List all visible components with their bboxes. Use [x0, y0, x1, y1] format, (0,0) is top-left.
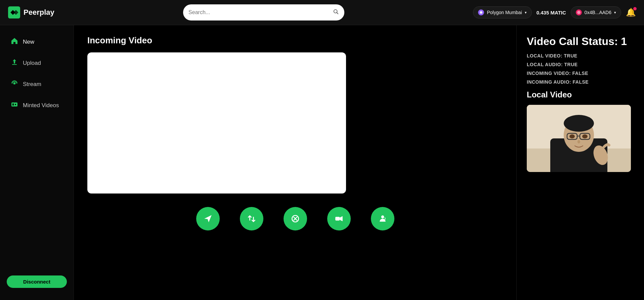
call-status-title: Video Call Status: 1 — [527, 35, 634, 48]
wallet-chevron-icon: ▾ — [614, 10, 616, 15]
status-local-video: LOCAL VIDEO: TRUE — [527, 53, 634, 58]
svg-point-21 — [564, 115, 594, 132]
swap-icon — [247, 214, 256, 223]
wallet-button[interactable]: 0x4B...AAD6 ▾ — [571, 6, 621, 18]
header-right: Polygon Mumbai ▾ 0.435 MATIC 0x4B...AAD6… — [473, 6, 636, 18]
bottom-controls — [87, 200, 503, 230]
incoming-video-title: Incoming Video — [87, 35, 503, 46]
svg-rect-6 — [12, 64, 17, 65]
logo-icon — [8, 6, 20, 18]
sidebar-item-stream[interactable]: Stream — [3, 74, 71, 94]
svg-point-27 — [577, 140, 580, 143]
svg-point-4 — [480, 11, 482, 13]
svg-point-16 — [381, 215, 384, 218]
incoming-video-player — [87, 52, 346, 194]
matic-balance: 0.435 MATIC — [536, 10, 566, 15]
notification-badge — [633, 7, 637, 10]
sidebar-label-minted-videos: Minted Videos — [23, 102, 59, 109]
svg-rect-15 — [335, 217, 340, 221]
status-incoming-audio: INCOMING AUDIO: FALSE — [527, 79, 634, 85]
notifications-button[interactable]: 🔔 — [626, 8, 636, 17]
main-content: Incoming Video — [74, 25, 516, 300]
svg-point-11 — [15, 104, 16, 105]
sidebar-nav: New Upload — [0, 32, 74, 115]
search-icon — [333, 9, 339, 15]
upload-icon — [11, 58, 18, 68]
svg-rect-9 — [11, 102, 17, 106]
send-icon — [204, 214, 212, 223]
stream-icon — [11, 80, 18, 89]
network-dot-icon — [478, 9, 484, 15]
sidebar-item-upload[interactable]: Upload — [3, 53, 71, 73]
search-input[interactable] — [188, 9, 333, 15]
svg-line-2 — [337, 12, 338, 14]
sidebar-item-new[interactable]: New — [3, 32, 71, 52]
logo: Peerplay — [8, 6, 54, 18]
toggle-video-button[interactable] — [327, 207, 351, 230]
local-video-title: Local Video — [527, 90, 634, 99]
disconnect-wrapper: Disconnect — [0, 270, 74, 293]
chevron-down-icon: ▾ — [525, 10, 527, 15]
local-video-feed — [527, 105, 631, 172]
person-icon — [378, 214, 387, 223]
local-video-thumbnail — [527, 105, 631, 172]
status-list: LOCAL VIDEO: TRUE LOCAL AUDIO: TRUE INCO… — [527, 53, 634, 85]
sidebar: New Upload — [0, 25, 74, 300]
network-selector[interactable]: Polygon Mumbai ▾ — [473, 6, 531, 18]
send-button[interactable] — [196, 207, 220, 230]
status-incoming-video: INCOMING VIDEO: FALSE — [527, 71, 634, 76]
search-bar — [183, 4, 344, 20]
layout: New Upload — [0, 25, 644, 300]
header: Peerplay Polygon Mumbai ▾ 0.435 MATIC — [0, 0, 644, 25]
sidebar-label-upload: Upload — [23, 60, 41, 67]
network-label: Polygon Mumbai — [487, 10, 522, 15]
status-local-audio: LOCAL AUDIO: TRUE — [527, 62, 634, 67]
svg-point-5 — [577, 11, 581, 14]
svg-point-26 — [582, 134, 588, 138]
search-button[interactable] — [333, 9, 339, 16]
svg-rect-10 — [12, 103, 14, 105]
svg-point-25 — [569, 134, 575, 138]
close-icon — [291, 214, 300, 223]
right-panel: Video Call Status: 1 LOCAL VIDEO: TRUE L… — [516, 25, 644, 300]
search-wrapper — [61, 4, 467, 20]
sidebar-item-minted-videos[interactable]: Minted Videos — [3, 95, 71, 115]
minted-videos-icon — [11, 101, 18, 110]
close-call-button[interactable] — [284, 207, 307, 230]
swap-button[interactable] — [240, 207, 263, 230]
camera-icon — [335, 214, 343, 223]
home-icon — [11, 37, 18, 46]
disconnect-button[interactable]: Disconnect — [7, 275, 67, 288]
logo-text: Peerplay — [24, 8, 54, 17]
sidebar-label-new: New — [23, 39, 34, 45]
wallet-address: 0x4B...AAD6 — [585, 10, 611, 15]
toggle-audio-button[interactable] — [371, 207, 394, 230]
sidebar-label-stream: Stream — [23, 81, 41, 88]
wallet-icon — [576, 9, 582, 15]
